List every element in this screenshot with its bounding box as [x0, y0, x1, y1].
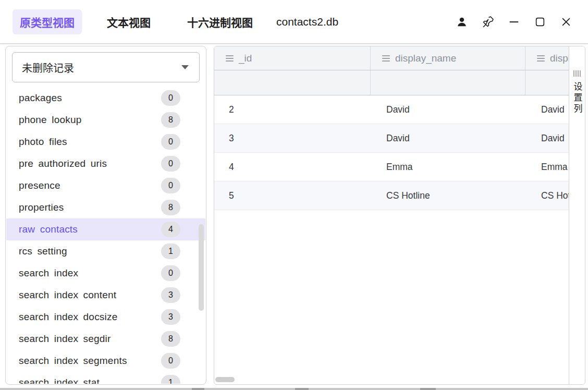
grid-filter-row — [214, 70, 570, 95]
record-count-badge: 1 — [161, 375, 180, 384]
table-name-label: packages — [19, 92, 62, 104]
record-count-badge: 0 — [161, 265, 180, 281]
table-name-label: search index segdir — [19, 333, 111, 345]
column-menu-icon — [226, 55, 234, 62]
cell-display_name[interactable]: CS Hotline — [371, 190, 525, 201]
column-settings-label: 设置列 — [571, 82, 584, 115]
column-menu-icon — [537, 55, 545, 62]
data-grid: _iddisplay_namedisplay_name_alt 2DavidDa… — [214, 46, 570, 384]
minimize-icon[interactable] — [508, 16, 520, 28]
record-count-badge: 4 — [161, 222, 180, 237]
chevron-down-icon — [181, 65, 189, 69]
record-count-badge: 0 — [161, 90, 180, 106]
data-grid-panel: _iddisplay_namedisplay_name_alt 2DavidDa… — [214, 46, 585, 385]
record-count-badge: 3 — [161, 287, 180, 303]
cell-_id[interactable]: 4 — [214, 162, 371, 173]
window-controls — [456, 0, 572, 44]
table-list: packages0phone lookup8photo files0pre au… — [6, 87, 205, 384]
record-count-badge: 1 — [161, 243, 180, 259]
column-header-display_name_alt[interactable]: display_name_alt — [525, 46, 570, 70]
table-name-label: pre authorized uris — [19, 158, 107, 169]
sidebar-item-packages[interactable]: packages0 — [6, 87, 205, 109]
sidebar-item-search-index-segdir[interactable]: search index segdir8 — [6, 328, 205, 350]
column-header-_id[interactable]: _id — [214, 46, 371, 70]
pin-icon[interactable] — [482, 16, 494, 28]
cell-display_name_alt[interactable]: David — [525, 104, 570, 115]
top-bar: 原类型视图 文本视图 十六进制视图 contacts2.db — [0, 0, 588, 44]
table-row[interactable]: 3DavidDavid — [214, 124, 570, 153]
column-header-label: _id — [239, 53, 252, 64]
record-count-badge: 8 — [161, 331, 180, 347]
column-handle-icon — [573, 70, 581, 77]
table-list-panel: 未删除记录 packages0phone lookup8photo files0… — [5, 46, 206, 385]
table-name-label: raw contacts — [19, 224, 78, 235]
record-count-badge: 0 — [161, 134, 180, 150]
record-count-badge: 8 — [161, 200, 180, 215]
tab-hex-view[interactable]: 十六进制视图 — [180, 9, 260, 34]
sidebar-item-rcs-setting[interactable]: rcs setting1 — [6, 240, 205, 262]
cell-_id[interactable]: 5 — [214, 190, 371, 201]
column-header-display_name[interactable]: display_name — [371, 46, 525, 70]
cell-_id[interactable]: 2 — [214, 104, 371, 115]
app-window: 原类型视图 文本视图 十六进制视图 contacts2.db — [0, 0, 588, 390]
column-settings-strip[interactable]: 设置列 — [569, 46, 585, 384]
sidebar-item-search-index[interactable]: search index0 — [6, 262, 205, 284]
table-row[interactable]: 4EmmaEmma — [214, 153, 570, 181]
cell-_id[interactable]: 3 — [214, 133, 371, 144]
table-name-label: phone lookup — [19, 114, 82, 126]
table-name-label: search index content — [19, 289, 116, 301]
sidebar-item-search-index-docsize[interactable]: search index docsize3 — [6, 306, 205, 328]
table-name-label: search index docsize — [19, 311, 117, 323]
cell-display_name_alt[interactable]: David — [525, 133, 570, 144]
grid-body: 2DavidDavid3DavidDavid4EmmaEmma5CS Hotli… — [214, 95, 570, 210]
record-count-badge: 3 — [161, 309, 180, 325]
record-count-badge: 0 — [161, 156, 180, 172]
table-name-label: photo files — [19, 136, 67, 148]
column-header-label: display_name_alt — [550, 53, 570, 64]
file-title: contacts2.db — [276, 16, 338, 28]
cell-display_name_alt[interactable]: CS Hotline — [525, 190, 570, 201]
filter-cell-display_name[interactable] — [371, 70, 525, 95]
table-name-label: rcs setting — [19, 246, 67, 257]
table-name-label: search index — [19, 267, 78, 279]
filter-cell-_id[interactable] — [214, 70, 371, 95]
cell-display_name[interactable]: David — [371, 104, 525, 115]
sidebar-item-photo-files[interactable]: photo files0 — [6, 131, 205, 153]
sidebar-item-pre-authorized-uris[interactable]: pre authorized uris0 — [6, 153, 205, 175]
sidebar-item-search-index-segments[interactable]: search index segments0 — [6, 350, 205, 372]
sidebar-item-raw-contacts[interactable]: raw contacts4 — [6, 218, 205, 240]
table-row[interactable]: 5CS HotlineCS Hotline — [214, 181, 570, 210]
close-icon[interactable] — [560, 16, 572, 28]
filter-cell-display_name_alt[interactable] — [525, 70, 570, 95]
record-filter-value: 未删除记录 — [22, 60, 74, 75]
background-window-edge — [0, 388, 588, 390]
grid-horizontal-scrollbar-thumb[interactable] — [215, 377, 235, 382]
table-name-label: presence — [19, 180, 60, 191]
column-menu-icon — [382, 55, 390, 62]
column-header-label: display_name — [395, 53, 456, 64]
table-name-label: search index segments — [19, 355, 127, 367]
record-count-badge: 8 — [161, 112, 180, 128]
tab-raw-type-view[interactable]: 原类型视图 — [13, 9, 82, 34]
sidebar-item-search-index-stat[interactable]: search index stat1 — [6, 372, 205, 384]
sidebar-item-search-index-content[interactable]: search index content3 — [6, 284, 205, 306]
sidebar-item-properties[interactable]: properties8 — [6, 197, 205, 218]
table-name-label: search index stat — [19, 377, 100, 384]
sidebar-scrollbar-thumb[interactable] — [199, 224, 204, 311]
sidebar-item-phone-lookup[interactable]: phone lookup8 — [6, 109, 205, 131]
table-name-label: properties — [19, 202, 64, 213]
user-icon[interactable] — [456, 16, 468, 28]
table-row[interactable]: 2DavidDavid — [214, 95, 570, 124]
cell-display_name[interactable]: David — [371, 133, 525, 144]
sidebar-item-presence[interactable]: presence0 — [6, 175, 205, 197]
maximize-icon[interactable] — [534, 16, 546, 28]
grid-header-row: _iddisplay_namedisplay_name_alt — [214, 46, 570, 70]
record-count-badge: 0 — [161, 353, 180, 369]
tab-text-view[interactable]: 文本视图 — [100, 9, 158, 34]
record-count-badge: 0 — [161, 178, 180, 193]
cell-display_name_alt[interactable]: Emma — [525, 162, 570, 173]
cell-display_name[interactable]: Emma — [371, 162, 525, 173]
record-filter-dropdown[interactable]: 未删除记录 — [12, 52, 200, 82]
